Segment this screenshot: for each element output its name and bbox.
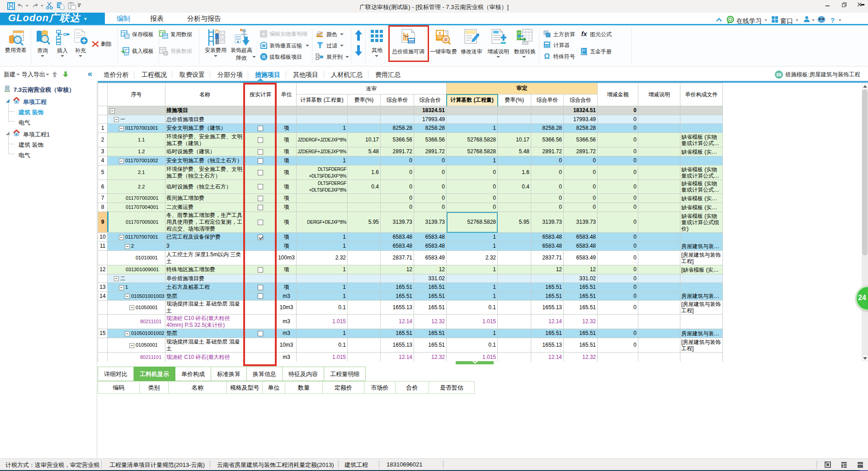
svg-text:模: 模 (261, 55, 266, 59)
svg-text:审: 审 (444, 38, 448, 42)
svg-text:Ω: Ω (544, 52, 550, 60)
svg-text:fx: fx (581, 31, 588, 37)
svg-text:¥: ¥ (439, 31, 441, 35)
